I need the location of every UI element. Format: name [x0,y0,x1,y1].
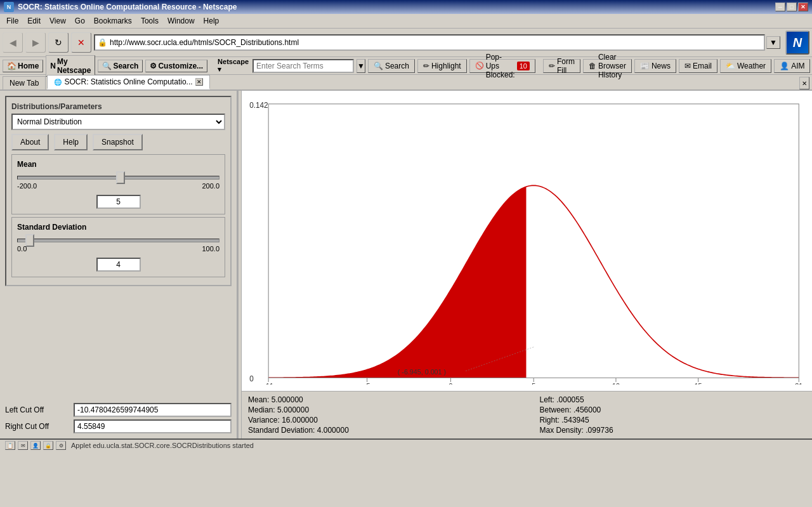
email-btn[interactable]: ✉ Email [679,59,717,73]
mean-stat-label: Mean: [248,395,269,404]
status-icons: 📋 ✉ 👤 🔒 ⚙ [5,441,66,450]
tab-socr-label: SOCR: Statistics Online Computatio... [64,77,192,86]
status-icon-2: ✉ [18,441,28,450]
reload-button[interactable]: ↻ [48,32,69,53]
svg-text:15: 15 [695,382,702,385]
window-controls[interactable]: ─ □ ✕ [775,3,808,11]
clear-history-label: Clear Browser History [598,53,626,79]
sd-input[interactable] [96,258,141,272]
netscape-logo-btn[interactable]: 🏠 Home [3,60,43,72]
menu-help[interactable]: Help [200,15,223,27]
aim-btn[interactable]: 👤 AIM [774,59,810,73]
popup-icon: 🚫 [475,62,484,70]
right-cutoff-row: Right Cut Off [5,419,232,433]
tab-socr[interactable]: 🌐 SOCR: Statistics Online Computatio... … [47,75,209,89]
chart-area[interactable]: 0.142 0 [242,91,812,391]
menu-bookmarks[interactable]: Bookmarks [90,15,136,27]
customize-label[interactable]: Customize... [158,62,203,70]
about-button[interactable]: About [11,134,49,150]
url-dropdown[interactable]: ▼ [766,36,780,49]
back-button[interactable]: ◀ [3,32,23,53]
minimize-button[interactable]: ─ [775,3,785,11]
help-button[interactable]: Help [54,134,88,150]
menu-window[interactable]: Window [164,15,199,27]
stat-right: Right: .543945 [540,416,806,425]
forward-button[interactable]: ▶ [25,32,46,53]
svg-text:21: 21 [795,382,802,385]
popup-blocked-btn[interactable]: 🚫 Pop-Ups Blocked: 10 [469,59,535,73]
clear-history-btn[interactable]: 🗑 Clear Browser History [583,59,632,73]
svg-text:-5: -5 [364,382,370,385]
svg-text:10: 10 [612,382,620,385]
variance-stat-label: Variance: [248,416,280,425]
close-tab-panel-btn[interactable]: ✕ [799,77,809,89]
maximize-button[interactable]: □ [787,3,797,11]
right-cutoff-label: Right Cut Off [5,422,69,431]
tab-new-tab[interactable]: New Tab [3,76,46,89]
variance-stat-value: 16.000000 [282,416,318,425]
search-nav-label[interactable]: Search [113,62,138,70]
median-stat-label: Median: [248,405,275,414]
menu-tools[interactable]: Tools [137,15,162,27]
right-panel: 0.142 0 [242,91,812,438]
search-nav-icon: 🔍 [102,62,112,70]
home-label[interactable]: Home [18,62,39,70]
stat-sd: Standard Deviation: 4.000000 [248,426,514,435]
snapshot-button[interactable]: Snapshot [93,134,143,150]
sd-group: Standard Deviation 0.0 100.0 [11,217,225,277]
menu-go[interactable]: Go [71,15,89,27]
close-window-button[interactable]: ✕ [798,3,808,11]
sd-stat-label: Standard Deviation: [248,426,315,435]
menu-view[interactable]: View [46,15,70,27]
mean-max: 200.0 [202,182,219,190]
home-icon: 🏠 [7,62,16,70]
tab-new-label: New Tab [10,79,39,88]
url-input[interactable] [110,38,761,47]
stop-button[interactable]: ✕ [71,32,91,53]
between-stat-label: Between: [540,405,572,414]
left-cutoff-label: Left Cut Off [5,405,69,414]
search-input[interactable] [252,59,354,73]
distribution-selector[interactable]: Normal Distribution Binomial Distributio… [11,114,225,130]
chart-svg: 0.142 0 [248,97,806,385]
tab-bar: New Tab 🌐 SOCR: Statistics Online Comput… [0,75,812,91]
highlight-button[interactable]: ✏ Highlight [417,59,467,73]
status-bar: 📋 ✉ 👤 🔒 ⚙ Applet edu.ucla.stat.SOCR.core… [0,438,812,451]
svg-text:0.142: 0.142 [249,101,268,110]
netscape-logo: N [785,30,809,55]
between-stat-value: .456000 [573,405,601,414]
customize-btn[interactable]: ⚙ Customize... [145,60,207,72]
sd-slider[interactable] [17,239,219,242]
search-icon: 🔍 [374,62,383,70]
weather-label: Weather [737,62,766,70]
search-dropdown[interactable]: ▼ [357,59,365,73]
search-button[interactable]: 🔍 Search [368,59,415,73]
form-fill-btn[interactable]: ✏ Form Fill [543,59,580,73]
action-buttons: About Help Snapshot [11,134,225,150]
my-netscape-btn[interactable]: N My Netscape [46,55,95,77]
mean-min: -200.0 [17,182,37,190]
tab-close-button[interactable]: ✕ [195,78,203,86]
status-icon-5: ⚙ [56,441,66,450]
stat-left: Left: .000055 [540,395,806,404]
mean-slider[interactable] [17,176,219,180]
left-cutoff-input[interactable] [74,403,232,417]
menu-file[interactable]: File [3,15,22,27]
sd-max: 100.0 [202,245,219,253]
my-netscape-icon: N [50,62,56,70]
my-netscape-label[interactable]: My Netscape [57,57,91,75]
menu-edit[interactable]: Edit [23,15,44,27]
mean-label: Mean [17,160,219,169]
stat-mean: Mean: 5.000000 [248,395,514,404]
status-icon-1: 📋 [5,441,15,450]
right-cutoff-input[interactable] [74,419,232,433]
mean-stat-value: 5.000000 [272,395,303,404]
stat-median: Median: 5.000000 [248,405,514,414]
weather-btn[interactable]: ⛅ Weather [720,59,771,73]
svg-text:5: 5 [532,382,535,385]
news-btn[interactable]: 📰 News [634,59,676,73]
search-nav-btn[interactable]: 🔍 Search [98,60,143,72]
sd-min: 0.0 [17,245,27,253]
mean-input[interactable] [96,195,141,209]
svg-text:-11: -11 [263,382,273,385]
